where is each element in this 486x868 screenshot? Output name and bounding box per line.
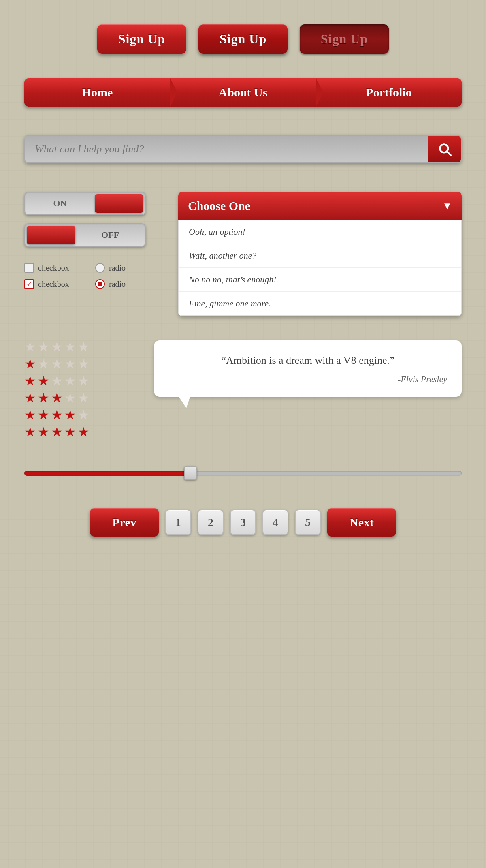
page-number-2[interactable]: 2 [198, 509, 224, 535]
signup-button-2[interactable]: Sign Up [198, 24, 288, 54]
search-section [24, 135, 462, 163]
star-filled: ★ [38, 374, 49, 387]
star-filled: ★ [64, 425, 76, 438]
checkbox-checked-item[interactable]: ✓ checkbox [24, 279, 83, 289]
radio-label-1: radio [109, 263, 126, 273]
star-row-2: ★ ★ ★ ★ ★ [24, 374, 130, 387]
toggle-on[interactable]: ON [24, 192, 146, 215]
checkbox-empty [24, 263, 34, 273]
star-row-0: ★ ★ ★ ★ ★ [24, 340, 130, 353]
dropdown-option-2[interactable]: Wait, another one? [179, 244, 461, 268]
radio-checked [95, 279, 105, 289]
stars-section: ★ ★ ★ ★ ★ ★ ★ ★ ★ ★ ★ ★ ★ ★ ★ ★ ★ ★ ★ ★ [24, 340, 130, 438]
checkbox-label-2: checkbox [38, 280, 69, 289]
search-container [24, 135, 462, 163]
radio-unchecked-item[interactable]: radio [95, 263, 154, 273]
star-row-1: ★ ★ ★ ★ ★ [24, 357, 130, 370]
star-filled: ★ [64, 408, 76, 421]
star-filled: ★ [38, 391, 49, 404]
checkradio-section: checkbox radio ✓ checkbox radio [24, 263, 154, 289]
star-empty: ★ [24, 340, 36, 353]
star-empty: ★ [38, 357, 49, 370]
quote-bubble: “Ambition is a dream with a V8 engine.” … [154, 340, 462, 397]
pagination-section: Prev 1 2 3 4 5 Next [24, 508, 462, 537]
nav-bar: Home About Us Portfolio [24, 78, 462, 107]
page-number-5[interactable]: 5 [295, 509, 321, 535]
dropdown-option-4[interactable]: Fine, gimme one more. [179, 292, 461, 315]
search-icon [437, 141, 453, 157]
star-empty: ★ [51, 357, 63, 370]
star-row-3: ★ ★ ★ ★ ★ [24, 391, 130, 404]
navigation-section: Home About Us Portfolio [24, 78, 462, 107]
signup-button-1[interactable]: Sign Up [97, 24, 186, 54]
nav-item-portfolio[interactable]: Portfolio [316, 78, 462, 107]
star-row-5: ★ ★ ★ ★ ★ [24, 425, 130, 438]
checkbox-checked: ✓ [24, 279, 34, 289]
page-number-3[interactable]: 3 [230, 509, 256, 535]
star-filled: ★ [38, 425, 49, 438]
star-empty: ★ [51, 374, 63, 387]
star-empty: ★ [78, 340, 90, 353]
quote-author: -Elvis Presley [168, 374, 447, 385]
dropdown-header[interactable]: Choose One ▼ [178, 192, 462, 220]
nav-item-home[interactable]: Home [24, 78, 170, 107]
quote-text: “Ambition is a dream with a V8 engine.” [168, 353, 447, 368]
page-number-1[interactable]: 1 [165, 509, 191, 535]
star-row-4: ★ ★ ★ ★ ★ [24, 408, 130, 421]
radio-checked-item[interactable]: radio [95, 279, 154, 289]
checkbox-unchecked-item[interactable]: checkbox [24, 263, 83, 273]
toggle-off[interactable]: OFF [24, 223, 146, 247]
prev-button[interactable]: Prev [90, 508, 159, 537]
stars-quote-section: ★ ★ ★ ★ ★ ★ ★ ★ ★ ★ ★ ★ ★ ★ ★ ★ ★ ★ ★ ★ [24, 340, 462, 438]
search-input[interactable] [25, 136, 428, 162]
star-empty: ★ [38, 340, 49, 353]
slider-track [24, 471, 462, 476]
star-filled: ★ [24, 374, 36, 387]
signup-button-3[interactable]: Sign Up [300, 24, 389, 54]
checkbox-label-1: checkbox [38, 263, 69, 273]
toggle-on-slider [95, 194, 143, 213]
radio-dot [98, 282, 102, 286]
star-empty: ★ [78, 374, 90, 387]
dropdown-option-3[interactable]: No no no, that’s enough! [179, 268, 461, 292]
star-empty: ★ [64, 357, 76, 370]
dropdown-container: Choose One ▼ Ooh, an option! Wait, anoth… [178, 192, 462, 316]
signup-buttons-section: Sign Up Sign Up Sign Up [24, 24, 462, 54]
star-empty: ★ [78, 408, 90, 421]
star-empty: ★ [78, 357, 90, 370]
next-button[interactable]: Next [327, 508, 396, 537]
star-filled: ★ [24, 425, 36, 438]
toggles-checkboxes-section: ON OFF checkbox radio ✓ checkbox [24, 192, 154, 289]
nav-item-about[interactable]: About Us [170, 78, 316, 107]
star-empty: ★ [51, 340, 63, 353]
toggle-off-label: OFF [75, 224, 145, 246]
toggle-off-slider [27, 226, 75, 244]
dropdown-list: Ooh, an option! Wait, another one? No no… [178, 220, 462, 316]
radio-label-2: radio [109, 280, 126, 289]
star-filled: ★ [38, 408, 49, 421]
star-empty: ★ [78, 391, 90, 404]
dropdown-arrow-icon: ▼ [442, 201, 452, 212]
star-filled: ★ [51, 408, 63, 421]
star-filled: ★ [24, 408, 36, 421]
dropdown-option-1[interactable]: Ooh, an option! [179, 220, 461, 244]
star-filled: ★ [24, 391, 36, 404]
dropdown-title: Choose One [188, 199, 250, 213]
star-empty: ★ [64, 374, 76, 387]
star-empty: ★ [64, 340, 76, 353]
star-filled: ★ [51, 391, 63, 404]
slider-thumb[interactable] [184, 466, 197, 480]
toggle-on-label: ON [25, 192, 95, 214]
star-empty: ★ [64, 391, 76, 404]
controls-section: ON OFF checkbox radio ✓ checkbox [24, 192, 462, 316]
star-filled: ★ [51, 425, 63, 438]
radio-empty [95, 263, 105, 273]
star-filled: ★ [78, 425, 90, 438]
page-number-4[interactable]: 4 [262, 509, 288, 535]
search-button[interactable] [428, 136, 461, 162]
star-filled: ★ [24, 357, 36, 370]
slider-section [24, 467, 462, 480]
